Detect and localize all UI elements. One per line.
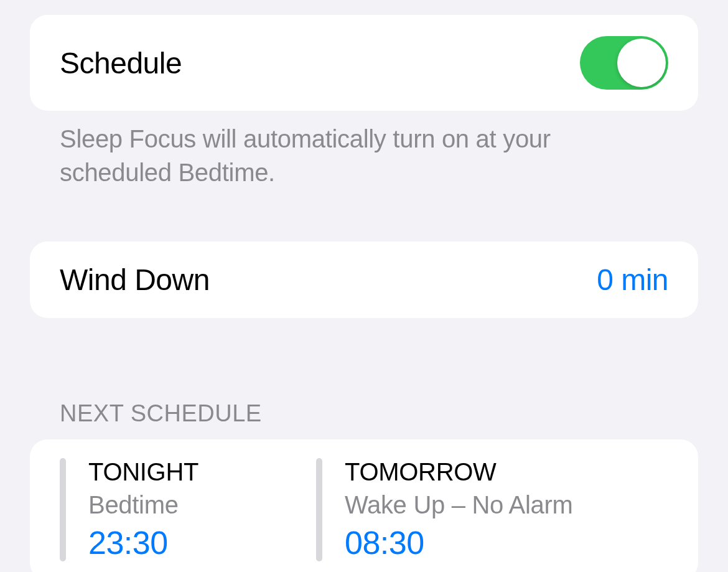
next-schedule-header: NEXT SCHEDULE	[30, 400, 698, 439]
tonight-title: TONIGHT	[88, 458, 198, 486]
tonight-time: 23:30	[88, 524, 198, 561]
toggle-knob	[617, 39, 666, 87]
schedule-label: Schedule	[60, 46, 182, 80]
tonight-subtitle: Bedtime	[88, 491, 198, 519]
wind-down-label: Wind Down	[60, 263, 210, 297]
wind-down-value: 0 min	[597, 263, 668, 297]
tomorrow-column: TOMORROW Wake Up – No Alarm 08:30	[316, 458, 573, 561]
schedule-description: Sleep Focus will automatically turn on a…	[30, 111, 698, 189]
wind-down-row[interactable]: Wind Down 0 min	[30, 241, 698, 318]
tonight-column: TONIGHT Bedtime 23:30	[60, 458, 316, 561]
schedule-row[interactable]: Schedule	[30, 15, 698, 111]
next-schedule-card[interactable]: TONIGHT Bedtime 23:30 TOMORROW Wake Up –…	[30, 439, 698, 572]
vertical-bar-icon	[316, 458, 322, 561]
tomorrow-time: 08:30	[345, 524, 573, 561]
vertical-bar-icon	[60, 458, 66, 561]
tomorrow-subtitle: Wake Up – No Alarm	[345, 491, 573, 519]
tomorrow-title: TOMORROW	[345, 458, 573, 486]
schedule-toggle[interactable]	[580, 36, 668, 90]
